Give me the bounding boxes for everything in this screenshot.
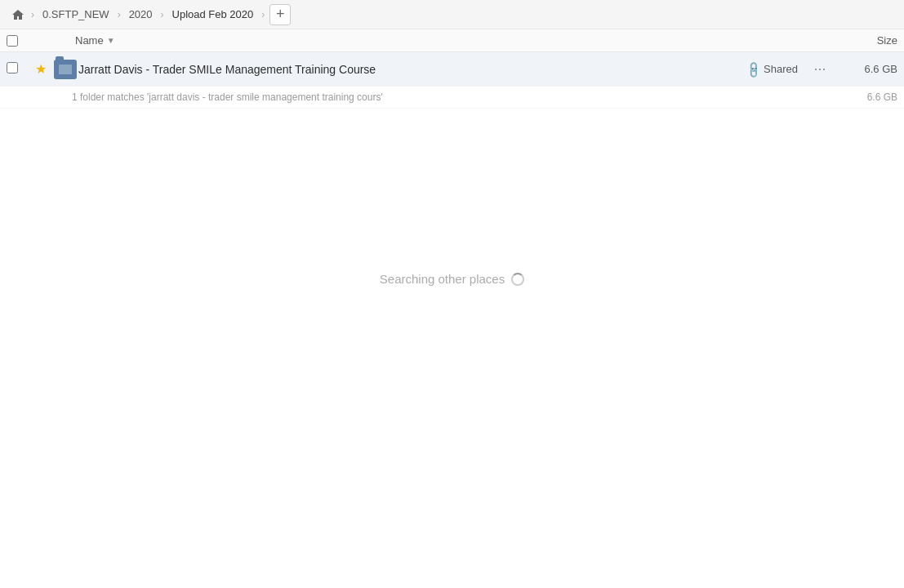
- name-sort-arrow: ▼: [107, 36, 115, 45]
- match-info-size: 6.6 GB: [867, 91, 897, 103]
- more-options-button[interactable]: ···: [808, 60, 832, 78]
- home-button[interactable]: [7, 3, 29, 26]
- column-header: Name ▼ Size: [0, 29, 904, 52]
- table-row[interactable]: ★ Jarratt Davis - Trader SMILe Managemen…: [0, 52, 904, 87]
- link-icon: 🔗: [744, 60, 763, 78]
- breadcrumb-separator-1: ›: [31, 9, 34, 20]
- row-checkbox-input[interactable]: [7, 62, 18, 74]
- row-checkbox[interactable]: [7, 62, 26, 76]
- searching-other-places: Searching other places: [0, 272, 904, 286]
- breadcrumb-item-2020[interactable]: 2020: [122, 7, 159, 22]
- select-all-input[interactable]: [7, 35, 18, 47]
- file-name: Jarratt Davis - Trader SMILe Management …: [78, 63, 746, 76]
- file-size: 6.6 GB: [832, 63, 897, 75]
- searching-label: Searching other places: [380, 272, 505, 286]
- folder-icon: [52, 60, 78, 79]
- shared-label: 🔗 Shared: [746, 63, 798, 76]
- breadcrumb-separator-2: ›: [118, 9, 121, 20]
- match-info-text: 1 folder matches 'jarratt davis - trader…: [72, 91, 383, 103]
- breadcrumb-separator-4: ›: [261, 9, 265, 20]
- select-all-checkbox[interactable]: [7, 35, 26, 47]
- breadcrumb-separator-3: ›: [161, 9, 164, 20]
- star-icon[interactable]: ★: [29, 61, 52, 77]
- name-column-header[interactable]: Name ▼: [75, 34, 832, 47]
- breadcrumb-bar: › 0.SFTP_NEW › 2020 › Upload Feb 2020 › …: [0, 0, 904, 29]
- loading-spinner: [511, 273, 524, 286]
- add-breadcrumb-button[interactable]: +: [269, 4, 291, 25]
- breadcrumb-item-sftp[interactable]: 0.SFTP_NEW: [36, 7, 116, 22]
- size-column-header: Size: [832, 34, 897, 47]
- match-info-row: 1 folder matches 'jarratt davis - trader…: [0, 87, 904, 109]
- breadcrumb-item-upload[interactable]: Upload Feb 2020: [166, 7, 261, 22]
